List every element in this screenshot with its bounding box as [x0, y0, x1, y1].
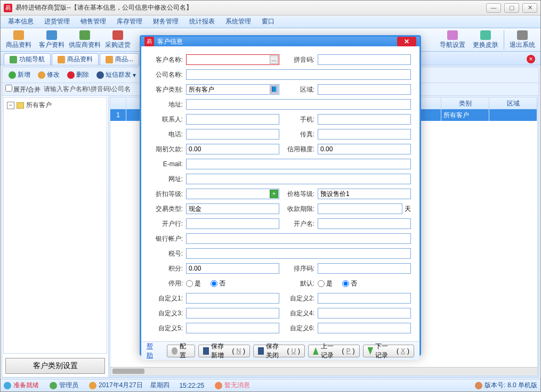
- col-region[interactable]: 区域: [489, 97, 537, 109]
- tab-nav[interactable]: 功能导航: [4, 53, 51, 65]
- label-name: 客户名称: [150, 55, 184, 64]
- label-c4: 自定义4: [281, 309, 316, 318]
- help-link[interactable]: 帮助: [147, 342, 157, 360]
- save-close-button[interactable]: 保存关闭(U): [253, 345, 305, 357]
- discount-add-button[interactable]: +: [270, 190, 278, 198]
- category-settings-button[interactable]: 客户类别设置: [5, 358, 105, 374]
- c5-input[interactable]: [186, 323, 279, 333]
- tab-close-button[interactable]: ×: [527, 55, 535, 63]
- chevron-down-icon: ▾: [133, 71, 136, 79]
- c6-input[interactable]: [318, 323, 411, 333]
- category-input[interactable]: [186, 84, 279, 95]
- dialog-body: 客户名称 … 拼音码 公司名称 客户类别 📘 区域 地址 联系人 手机 电话 传…: [141, 46, 419, 341]
- label-points: 积分: [150, 264, 184, 273]
- bank-input[interactable]: [186, 218, 279, 229]
- expand-checkbox[interactable]: 展开/合并: [5, 85, 41, 94]
- label-credit: 信用额度: [281, 145, 316, 154]
- delete-button[interactable]: 删除: [64, 69, 92, 80]
- menu-stock[interactable]: 库存管理: [112, 15, 147, 28]
- status-ready: 准备就绪: [4, 381, 39, 390]
- menu-purchase[interactable]: 进货管理: [40, 15, 74, 28]
- c1-input[interactable]: [186, 293, 279, 304]
- tel-input[interactable]: [186, 129, 279, 140]
- save-new-button[interactable]: 保存新增(N): [198, 345, 250, 357]
- c3-input[interactable]: [186, 308, 279, 318]
- tradetype-input[interactable]: [186, 203, 279, 214]
- titlebar: 易 易特进销存商贸版--【请在基本信息，公司信息中修改公司名】 — ▢ ✕: [1, 1, 540, 15]
- fax-input[interactable]: [318, 129, 411, 140]
- email-input[interactable]: [186, 159, 411, 169]
- tool-customers[interactable]: 客户资料: [36, 29, 68, 51]
- col-category[interactable]: 类别: [441, 97, 489, 109]
- app-icon: 易: [4, 4, 12, 12]
- scroll-thumb[interactable]: [112, 369, 144, 374]
- url-input[interactable]: [186, 174, 411, 184]
- label-c6: 自定义6: [281, 324, 316, 333]
- price-input[interactable]: [318, 189, 411, 199]
- discount-input[interactable]: [186, 189, 279, 199]
- save-icon: [203, 347, 208, 355]
- prev-record-button[interactable]: 上一记录(P): [308, 345, 359, 357]
- c2-input[interactable]: [318, 293, 411, 304]
- name-input[interactable]: [186, 54, 279, 65]
- label-fax: 传真: [281, 130, 316, 139]
- taxid-input[interactable]: [186, 248, 411, 259]
- menu-window[interactable]: 窗口: [257, 15, 279, 28]
- tool-purchase[interactable]: 采购进货: [102, 29, 134, 51]
- menu-finance[interactable]: 财务管理: [149, 15, 183, 28]
- globe-icon: [4, 382, 11, 389]
- company-input[interactable]: [186, 69, 411, 80]
- name-lookup-button[interactable]: …: [270, 55, 278, 64]
- default-no[interactable]: 否: [342, 279, 357, 288]
- pinyin-input[interactable]: [318, 54, 411, 65]
- label-c3: 自定义3: [150, 309, 184, 318]
- tab-products2[interactable]: 商品...: [100, 53, 139, 65]
- credit-input[interactable]: [318, 144, 411, 154]
- dialog-title: 客户信息: [157, 37, 183, 46]
- acctname-input[interactable]: [318, 218, 411, 229]
- sortcode-input[interactable]: [318, 263, 411, 274]
- dialog-close-button[interactable]: ✕: [397, 37, 416, 46]
- points-input[interactable]: [186, 263, 279, 274]
- tool-products[interactable]: 商品资料: [3, 29, 35, 51]
- customer-dialog: 易 客户信息 ✕ 客户名称 … 拼音码 公司名称 客户类别 📘 区域 地址 联系…: [140, 35, 421, 356]
- edit-button[interactable]: 修改: [35, 69, 63, 80]
- gear-icon: [172, 347, 177, 355]
- tool-nav-setting[interactable]: 导航设置: [437, 29, 469, 51]
- col-rownum: [110, 97, 126, 109]
- tree-root-item[interactable]: − 所有客户: [6, 100, 104, 111]
- disabled-no[interactable]: 否: [211, 279, 225, 288]
- add-button[interactable]: 新增: [5, 69, 34, 80]
- default-yes[interactable]: 是: [318, 279, 333, 288]
- minimize-button[interactable]: —: [486, 3, 501, 13]
- tool-suppliers[interactable]: 供应商资料: [69, 29, 101, 51]
- region-input[interactable]: [318, 84, 411, 95]
- next-record-button[interactable]: 下一记录(X): [363, 345, 414, 357]
- tool-skin[interactable]: 更换皮肤: [470, 29, 502, 51]
- category-lookup-button[interactable]: 📘: [270, 85, 278, 94]
- address-input[interactable]: [186, 99, 411, 110]
- payperiod-input[interactable]: [318, 203, 402, 214]
- plus-icon: [9, 71, 16, 79]
- people-icon: [46, 30, 57, 40]
- contact-input[interactable]: [186, 114, 279, 125]
- label-tradetype: 交易类型: [150, 205, 184, 214]
- acctno-input[interactable]: [186, 233, 411, 244]
- c4-input[interactable]: [318, 308, 411, 318]
- disabled-yes[interactable]: 是: [186, 279, 201, 288]
- horizontal-scrollbar[interactable]: [110, 367, 537, 375]
- close-button[interactable]: ✕: [522, 3, 537, 13]
- menu-reports[interactable]: 统计报表: [185, 15, 219, 28]
- debt-input[interactable]: [186, 144, 279, 154]
- menu-system[interactable]: 系统管理: [221, 15, 255, 28]
- mobile-input[interactable]: [318, 114, 411, 125]
- menu-sales[interactable]: 销售管理: [76, 15, 110, 28]
- tab-products[interactable]: 商品资料: [52, 53, 99, 65]
- tool-exit[interactable]: 退出系统: [506, 29, 538, 51]
- menu-basic[interactable]: 基本信息: [4, 15, 38, 28]
- maximize-button[interactable]: ▢: [504, 3, 519, 13]
- status-user: 管理员: [50, 381, 78, 390]
- tree-collapse-icon[interactable]: −: [7, 102, 14, 109]
- sms-button[interactable]: 短信群发▾: [93, 69, 139, 80]
- config-button[interactable]: 配置: [167, 345, 195, 357]
